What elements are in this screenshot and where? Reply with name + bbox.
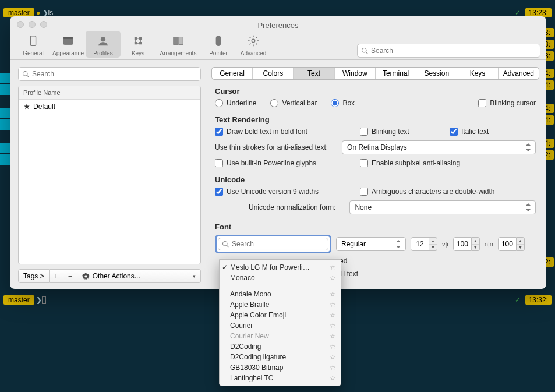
remove-profile-button[interactable]: − — [63, 269, 77, 283]
unicode-heading: Unicode — [215, 175, 536, 184]
cursor-vertical-radio[interactable]: Vertical bar — [270, 99, 317, 107]
font-option[interactable]: GB18030 Bitmap☆ — [220, 362, 341, 373]
preferences-window: Preferences General Appearance Profiles … — [10, 16, 546, 289]
cursor-underline-radio[interactable]: Underline — [215, 99, 256, 107]
star-outline-icon[interactable]: ☆ — [330, 301, 336, 309]
toolbar-search[interactable] — [357, 44, 540, 58]
font-option[interactable]: Monaco☆ — [220, 273, 341, 283]
hspace-field[interactable]: ▲▼ — [498, 237, 525, 251]
tab-text[interactable]: Text — [294, 68, 334, 79]
norm-select[interactable]: None — [349, 200, 536, 214]
star-outline-icon[interactable]: ☆ — [330, 342, 336, 351]
font-option[interactable]: Lantinghei TC☆ — [220, 373, 341, 383]
unicode-v9-checkbox[interactable]: Use Unicode version 9 widths — [215, 188, 346, 196]
toolbar-general[interactable]: General — [16, 31, 51, 58]
star-outline-icon[interactable]: ☆ — [330, 311, 336, 319]
star-outline-icon[interactable]: ☆ — [330, 332, 336, 340]
subpixel-checkbox[interactable]: Enable subpixel anti-aliasing — [360, 159, 460, 167]
search-icon — [22, 70, 29, 77]
svg-point-11 — [23, 72, 28, 76]
profile-tab-bar: General Colors Text Window Terminal Sess… — [211, 67, 539, 80]
norm-label: Unicode normalization form: — [249, 203, 335, 211]
svg-point-9 — [362, 48, 367, 53]
tab-session[interactable]: Session — [416, 68, 457, 79]
add-profile-button[interactable]: + — [50, 269, 63, 283]
blinking-text-checkbox[interactable]: Blinking text — [360, 128, 436, 136]
font-option[interactable]: Meslo LG M for Powerli…☆ — [220, 262, 341, 273]
star-outline-icon[interactable]: ☆ — [330, 274, 336, 282]
vspace-icon: v|i — [442, 241, 448, 248]
profile-name: Default — [33, 103, 55, 111]
terminal-command: ls — [48, 9, 54, 17]
toolbar: General Appearance Profiles Keys Arrange… — [10, 31, 546, 60]
font-combo[interactable] — [215, 235, 331, 253]
thin-strokes-label: Use thin strokes for anti-aliased text: — [215, 143, 328, 151]
svg-line-12 — [27, 75, 29, 77]
hspace-stepper[interactable]: ▲▼ — [517, 237, 525, 251]
svg-point-3 — [101, 37, 105, 41]
hspace-icon: n|n — [485, 241, 493, 248]
font-size-field[interactable]: ▲▼ — [411, 237, 437, 251]
star-outline-icon[interactable]: ☆ — [330, 363, 336, 372]
toolbar-profiles[interactable]: Profiles — [86, 31, 121, 58]
powerline-checkbox[interactable]: Use built-in Powerline glyphs — [215, 159, 346, 167]
time-pill: 13:32: — [525, 295, 552, 305]
italic-text-checkbox[interactable]: Italic text — [450, 128, 489, 136]
toolbar-pointer[interactable]: Pointer — [201, 31, 236, 58]
profile-search-input[interactable] — [32, 70, 197, 78]
svg-rect-0 — [30, 36, 36, 46]
star-outline-icon[interactable]: ☆ — [330, 263, 336, 271]
font-option[interactable]: D2Coding ligature☆ — [220, 352, 341, 362]
tab-general[interactable]: General — [212, 68, 253, 79]
tab-window[interactable]: Window — [335, 68, 376, 79]
font-weight-select[interactable]: Regular — [336, 237, 406, 251]
star-icon — [23, 103, 30, 110]
toolbar-arrangements[interactable]: Arrangements — [155, 31, 201, 58]
star-outline-icon[interactable]: ☆ — [330, 322, 336, 330]
tab-advanced[interactable]: Advanced — [499, 68, 539, 79]
font-search-input[interactable] — [232, 240, 324, 248]
check-icon: ✓ — [515, 9, 521, 17]
tab-colors[interactable]: Colors — [253, 68, 294, 79]
blinking-cursor-checkbox[interactable]: Blinking cursor — [478, 99, 536, 107]
font-option[interactable]: Apple Color Emoji☆ — [220, 310, 341, 320]
svg-line-10 — [366, 52, 367, 54]
profile-list-header: Profile Name — [19, 86, 200, 100]
vspace-field[interactable]: ▲▼ — [453, 237, 480, 251]
svg-point-13 — [223, 242, 228, 246]
toolbar-keys[interactable]: Keys — [121, 31, 155, 58]
star-outline-icon[interactable]: ☆ — [330, 353, 336, 361]
git-branch-pill: master — [3, 295, 34, 305]
font-option[interactable]: Andale Mono☆ — [220, 289, 341, 299]
tags-button[interactable]: Tags > — [18, 269, 50, 283]
svg-rect-2 — [63, 37, 73, 40]
svg-rect-4 — [174, 37, 178, 45]
svg-point-8 — [252, 39, 255, 43]
tab-keys[interactable]: Keys — [457, 68, 498, 79]
ambiguous-checkbox[interactable]: Ambiguous characters are double-width — [360, 188, 494, 196]
thin-strokes-select[interactable]: On Retina Displays — [342, 140, 536, 154]
tab-terminal[interactable]: Terminal — [376, 68, 416, 79]
toolbar-search-input[interactable] — [371, 47, 536, 55]
star-outline-icon[interactable]: ☆ — [330, 290, 336, 298]
font-option[interactable]: D2Coding☆ — [220, 341, 341, 352]
font-dropdown[interactable]: Meslo LG M for Powerli…☆ Monaco☆ Andale … — [219, 259, 341, 386]
font-size-stepper[interactable]: ▲▼ — [429, 237, 437, 251]
font-heading: Font — [215, 223, 536, 231]
toolbar-appearance[interactable]: Appearance — [51, 31, 86, 58]
other-actions-button[interactable]: Other Actions... ▾ — [77, 269, 201, 283]
font-option[interactable]: Courier New☆ — [220, 331, 341, 341]
profile-list[interactable]: Profile Name Default — [18, 86, 201, 264]
star-outline-icon[interactable]: ☆ — [330, 374, 336, 382]
profile-row-default[interactable]: Default — [19, 100, 200, 114]
font-option[interactable]: Apple Braille☆ — [220, 299, 341, 310]
vspace-stepper[interactable]: ▲▼ — [472, 237, 480, 251]
svg-rect-5 — [179, 37, 183, 45]
bold-font-checkbox[interactable]: Draw bold text in bold font — [215, 128, 346, 136]
cursor-heading: Cursor — [215, 87, 536, 96]
window-title: Preferences — [10, 21, 546, 30]
toolbar-advanced[interactable]: Advanced — [236, 31, 271, 58]
profile-search[interactable] — [18, 67, 201, 81]
cursor-box-radio[interactable]: Box — [331, 99, 355, 107]
font-option[interactable]: Courier☆ — [220, 320, 341, 331]
